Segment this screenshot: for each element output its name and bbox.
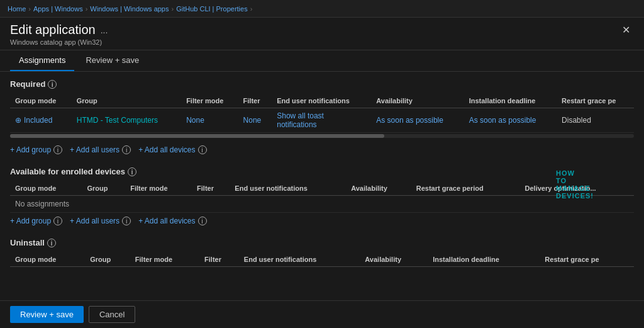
restart-value: Disabled bbox=[562, 116, 591, 125]
col-deadline: Installation deadline bbox=[464, 94, 557, 108]
avail-col-restart: Restart grace period bbox=[411, 181, 520, 196]
col-group: Group bbox=[72, 94, 181, 108]
uninstall-col-deadline: Installation deadline bbox=[428, 252, 540, 267]
filter-mode-value[interactable]: None bbox=[186, 116, 204, 125]
page-title: Edit application bbox=[10, 23, 96, 37]
required-scrollbar[interactable] bbox=[10, 134, 634, 138]
deadline-value[interactable]: As soon as possible bbox=[469, 116, 536, 125]
tab-assignments[interactable]: Assignments bbox=[10, 50, 74, 71]
required-add-users-info: i bbox=[122, 145, 131, 154]
available-add-all-users[interactable]: + Add all users bbox=[70, 217, 119, 225]
group-mode-value[interactable]: Included bbox=[24, 116, 52, 125]
required-info-icon: i bbox=[48, 80, 57, 89]
avail-col-end-user: End user notifications bbox=[230, 181, 346, 196]
avail-col-availability: Availability bbox=[346, 181, 411, 196]
required-add-all-users[interactable]: + Add all users bbox=[70, 145, 119, 154]
included-icon: ⊕ bbox=[15, 116, 21, 125]
uninstall-info-icon: i bbox=[47, 239, 56, 247]
col-filter-mode: Filter mode bbox=[181, 94, 238, 108]
cancel-button[interactable]: Cancel bbox=[89, 306, 135, 323]
page-subtitle: Windows catalog app (Win32) bbox=[10, 38, 108, 46]
available-section: Available for enrolled devices i Group m… bbox=[10, 167, 634, 229]
available-add-links: + Add group i + Add all users i + Add al… bbox=[10, 213, 634, 229]
uninstall-col-group: Group bbox=[85, 252, 130, 267]
col-restart: Restart grace pe bbox=[557, 94, 634, 108]
uninstall-table: Group mode Group Filter mode Filter End … bbox=[10, 252, 634, 267]
available-table-container: Group mode Group Filter mode Filter End … bbox=[10, 181, 634, 213]
breadcrumb-github-cli[interactable]: GitHub CLI | Properties bbox=[176, 5, 248, 13]
avail-col-delivery: Delivery optimizatio... bbox=[520, 181, 634, 196]
footer: Review + save Cancel bbox=[0, 300, 644, 328]
top-bar: Home › Apps | Windows › Windows | Window… bbox=[0, 0, 644, 18]
uninstall-title: Uninstall i bbox=[10, 238, 634, 247]
col-end-user: End user notifications bbox=[272, 94, 371, 108]
page-title-area: Edit application ... Windows catalog app… bbox=[10, 23, 108, 46]
required-title: Required i bbox=[10, 79, 634, 89]
avail-col-group-mode: Group mode bbox=[10, 181, 82, 196]
required-section: Required i Group mode Group Filter mode … bbox=[10, 79, 634, 158]
uninstall-col-restart: Restart grace pe bbox=[540, 252, 634, 267]
required-add-group[interactable]: + Add group bbox=[10, 145, 51, 154]
uninstall-col-availability: Availability bbox=[360, 252, 428, 267]
group-value[interactable]: HTMD - Test Computers bbox=[77, 116, 158, 125]
review-save-button[interactable]: Review + save bbox=[10, 306, 84, 323]
available-add-users-info: i bbox=[122, 217, 131, 225]
avail-col-group: Group bbox=[82, 181, 125, 196]
available-add-group-info: i bbox=[53, 217, 62, 225]
avail-col-filter-mode: Filter mode bbox=[125, 181, 192, 196]
uninstall-col-filter: Filter bbox=[199, 252, 239, 267]
breadcrumb-home[interactable]: Home bbox=[8, 5, 26, 13]
available-add-all-devices[interactable]: + Add all devices bbox=[138, 217, 195, 225]
no-assignments-text: No assignments bbox=[10, 196, 634, 213]
col-filter: Filter bbox=[238, 94, 272, 108]
required-add-all-devices[interactable]: + Add all devices bbox=[138, 145, 195, 154]
available-info-icon: i bbox=[128, 167, 136, 176]
col-availability: Availability bbox=[371, 94, 464, 108]
end-user-value[interactable]: Show all toastnotifications bbox=[277, 111, 324, 129]
col-group-mode: Group mode bbox=[10, 94, 72, 108]
required-table-container: Group mode Group Filter mode Filter End … bbox=[10, 94, 634, 133]
uninstall-col-group-mode: Group mode bbox=[10, 252, 85, 267]
available-title: Available for enrolled devices i bbox=[10, 167, 634, 176]
uninstall-table-container: Group mode Group Filter mode Filter End … bbox=[10, 252, 634, 267]
uninstall-col-end-user: End user notifications bbox=[239, 252, 360, 267]
avail-col-filter: Filter bbox=[192, 181, 230, 196]
required-scrollbar-thumb bbox=[10, 134, 384, 138]
required-row-1[interactable]: ⊕Included HTMD - Test Computers None Non… bbox=[10, 108, 634, 133]
tab-review-save[interactable]: Review + save bbox=[77, 50, 148, 71]
available-add-group[interactable]: + Add group bbox=[10, 217, 51, 225]
uninstall-section: Uninstall i Group mode Group Filter mode… bbox=[10, 238, 634, 267]
content-area: Required i Group mode Group Filter mode … bbox=[0, 72, 644, 319]
page-title-ellipsis: ... bbox=[101, 25, 108, 35]
available-add-devices-info: i bbox=[198, 217, 207, 225]
breadcrumb-windows-apps[interactable]: Windows | Windows apps bbox=[90, 5, 169, 13]
required-table: Group mode Group Filter mode Filter End … bbox=[10, 94, 634, 133]
close-button[interactable]: ✕ bbox=[618, 23, 634, 37]
page-header: Edit application ... Windows catalog app… bbox=[0, 18, 644, 50]
required-add-links: + Add group i + Add all users i + Add al… bbox=[10, 142, 634, 158]
breadcrumb: Home › Apps | Windows › Windows | Window… bbox=[8, 5, 252, 13]
required-add-group-info: i bbox=[53, 145, 62, 154]
available-table: Group mode Group Filter mode Filter End … bbox=[10, 181, 634, 213]
available-no-assign: No assignments bbox=[10, 196, 634, 213]
availability-value[interactable]: As soon as possible bbox=[376, 116, 443, 125]
tabs-bar: Assignments Review + save bbox=[0, 50, 644, 72]
required-add-devices-info: i bbox=[198, 145, 207, 154]
filter-value[interactable]: None bbox=[243, 116, 262, 125]
breadcrumb-apps-windows[interactable]: Apps | Windows bbox=[33, 5, 83, 13]
uninstall-col-filter-mode: Filter mode bbox=[130, 252, 199, 267]
